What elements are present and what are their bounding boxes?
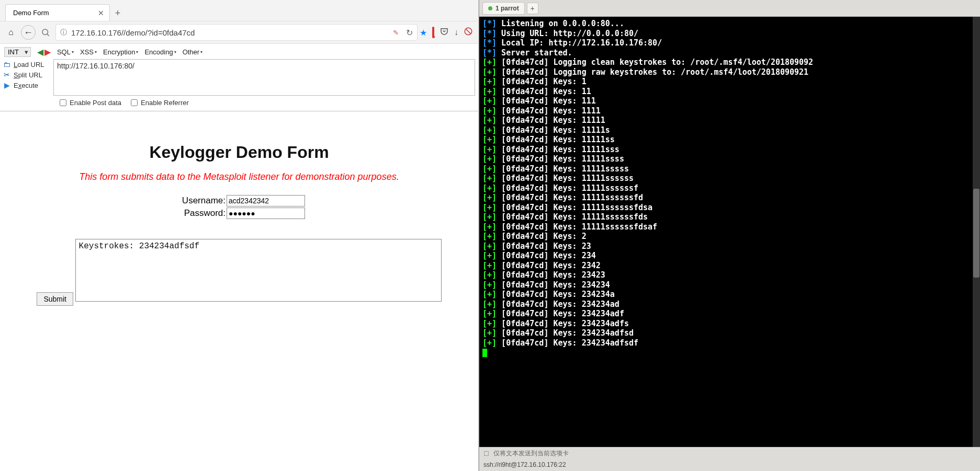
hackbar-execute-label: Execute xyxy=(14,82,38,89)
page-note: This form submits data to the Metasploit… xyxy=(0,171,478,182)
scissors-icon: ✂ xyxy=(3,71,10,79)
hackbar-toolbar: INT ◀ ▶ SQL▾ XSS▾ Encryption▾ Encoding▾ … xyxy=(0,44,478,111)
checkbox-empty-icon[interactable]: ☐ xyxy=(483,450,489,457)
terminal-line: [+] [0fda47cd] Keys: 2342 xyxy=(482,261,977,271)
hackbar-arrow-right-icon[interactable]: ▶ xyxy=(44,47,51,57)
address-bar-tools: ★ ↓ xyxy=(420,27,475,38)
terminal-line: [+] [0fda47cd] Keys: 234234adfsd xyxy=(482,328,977,338)
hackbar-enable-referrer[interactable]: Enable Referrer xyxy=(131,99,189,107)
terminal-line: [+] [0fda47cd] Keys: 11111ssssss xyxy=(482,174,977,183)
terminal-line: [+] [0fda47cd] Logging raw keystrokes to… xyxy=(482,67,977,77)
browser-tab-active[interactable]: Demo Form ✕ xyxy=(5,4,110,21)
terminal-line: [*] Server started. xyxy=(482,48,977,58)
hackbar-menu-other[interactable]: Other▾ xyxy=(183,48,203,56)
url-input[interactable] xyxy=(71,28,389,37)
terminal-line: [+] [0fda47cd] Keys: 23423 xyxy=(482,270,977,280)
pocket-icon[interactable] xyxy=(440,27,449,38)
home-button[interactable]: ⌂ xyxy=(3,25,19,40)
back-button[interactable]: ← xyxy=(21,25,36,40)
noscript-icon[interactable] xyxy=(464,27,473,38)
hackbar-sidebar: 🗀 Load URL ✂ Split URL ▶ Execute xyxy=(3,59,53,96)
terminal-footer: ☐ 仅将文本发送到当前选项卡 ssh://ri9ht@172.16.10.176… xyxy=(479,447,980,471)
terminal-cursor xyxy=(482,349,487,357)
terminal-line: [*] Listening on 0.0.0.0:80... xyxy=(482,19,977,29)
hackbar-load-url[interactable]: 🗀 Load URL xyxy=(3,60,52,68)
terminal-line: [+] [0fda47cd] Keys: 23 xyxy=(482,242,977,251)
terminal-line: [+] [0fda47cd] Keys: 11111 xyxy=(482,116,977,125)
terminal-tabs: 1 parrot + xyxy=(479,0,980,17)
terminal-line: [+] [0fda47cd] Keys: 1 xyxy=(482,77,977,87)
terminal-line: [+] [0fda47cd] Keys: 234234a xyxy=(482,290,977,300)
terminal-line: [+] [0fda47cd] Keys: 1111 xyxy=(482,106,977,116)
terminal-line: [+] [0fda47cd] Keys: 11111ssss xyxy=(482,154,977,164)
enable-post-label: Enable Post data xyxy=(70,99,121,107)
terminal-line: [+] [0fda47cd] Keys: 234234ad xyxy=(482,300,977,309)
hackbar-arrow-left-icon[interactable]: ◀ xyxy=(37,47,43,57)
terminal-ssh-status: ssh://ri9ht@172.16.10.176:22 xyxy=(479,459,980,471)
terminal-output[interactable]: [*] Listening on 0.0.0.0:80...[*] Using … xyxy=(479,17,980,447)
hackbar-menu-encoding[interactable]: Encoding▾ xyxy=(144,48,176,56)
terminal-line: [+] [0fda47cd] Keys: 11111s xyxy=(482,125,977,135)
download-icon[interactable]: ↓ xyxy=(454,28,458,37)
close-tab-icon[interactable]: ✕ xyxy=(98,9,104,17)
terminal-footer-checkbox-label: 仅将文本发送到当前选项卡 xyxy=(493,449,569,458)
terminal-line: [+] [0fda47cd] Keys: 11 xyxy=(482,87,977,97)
enable-referrer-label: Enable Referrer xyxy=(141,99,189,107)
hackbar-menu-encryption[interactable]: Encryption▾ xyxy=(103,48,138,56)
browser-window: Demo Form ✕ + ⌂ ← ⓘ ✎ ↻ ★ xyxy=(0,0,479,471)
terminal-scrollbar-track[interactable] xyxy=(973,17,980,447)
terminal-scrollbar-thumb[interactable] xyxy=(973,189,979,278)
terminal-line: [+] [0fda47cd] Keys: 2 xyxy=(482,232,977,242)
hackbar-url-textarea[interactable]: http://172.16.10.176:80/ xyxy=(53,59,475,96)
submit-button[interactable]: Submit xyxy=(37,292,73,306)
terminal-line: [*] Local IP: http://172.16.10.176:80/ xyxy=(482,38,977,48)
hackbar-split-label: Split URL xyxy=(14,71,42,79)
terminal-tab-active[interactable]: 1 parrot xyxy=(482,2,525,15)
bookmark-star-icon[interactable]: ★ xyxy=(420,28,427,38)
terminal-line: [+] [0fda47cd] Logging clean keystrokes … xyxy=(482,58,977,67)
enable-post-checkbox[interactable] xyxy=(60,99,66,106)
site-info-icon[interactable]: ⓘ xyxy=(60,28,67,37)
hackbar-split-url[interactable]: ✂ Split URL xyxy=(3,71,52,79)
terminal-line: [+] [0fda47cd] Keys: 11111ssssssfd xyxy=(482,193,977,203)
svg-point-0 xyxy=(42,29,48,35)
terminal-line: [+] [0fda47cd] Keys: 11111sssss xyxy=(482,164,977,174)
terminal-line: [*] Using URL: http://0.0.0.0:80/ xyxy=(482,29,977,39)
play-icon: ▶ xyxy=(3,81,10,89)
hackbar-execute[interactable]: ▶ Execute xyxy=(3,81,52,89)
page-heading: Keylogger Demo Form xyxy=(0,143,478,162)
svg-line-3 xyxy=(466,29,471,34)
folder-icon: 🗀 xyxy=(3,60,10,68)
terminal-line: [+] [0fda47cd] Keys: 11111ssssssf xyxy=(482,183,977,193)
enable-referrer-checkbox[interactable] xyxy=(131,99,138,106)
terminal-line: [+] [0fda47cd] Keys: 111 xyxy=(482,96,977,106)
terminal-tab-label: 1 parrot xyxy=(495,5,519,12)
hackbar-menu-xss[interactable]: XSS▾ xyxy=(80,48,97,56)
page-content: Keylogger Demo Form This form submits da… xyxy=(0,111,478,471)
username-label: Username: xyxy=(173,196,226,206)
terminal-line: [+] [0fda47cd] Keys: 11111ssssssfdsa xyxy=(482,203,977,213)
hackbar-select[interactable]: INT xyxy=(4,47,31,57)
password-input[interactable] xyxy=(227,208,305,219)
address-field[interactable]: ⓘ ✎ ↻ xyxy=(55,24,418,41)
username-input[interactable] xyxy=(227,195,305,206)
reload-button[interactable]: ↻ xyxy=(406,28,413,38)
new-tab-button[interactable]: + xyxy=(110,5,126,21)
terminal-line: [+] [0fda47cd] Keys: 11111ss xyxy=(482,135,977,145)
password-label: Password: xyxy=(173,208,226,219)
tab-title: Demo Form xyxy=(13,9,49,17)
feather-icon[interactable]: ✎ xyxy=(393,29,399,37)
status-dot-icon xyxy=(488,6,492,10)
keystrokes-textarea[interactable]: Keystrokes: 234234adfsdf xyxy=(75,239,442,302)
terminal-line: [+] [0fda47cd] Keys: 11111ssssssfdsaf xyxy=(482,222,977,232)
extension-icon[interactable] xyxy=(432,28,434,37)
tabs-bar: Demo Form ✕ + xyxy=(0,0,478,21)
svg-line-1 xyxy=(47,34,49,36)
hackbar-menu-sql[interactable]: SQL▾ xyxy=(57,48,74,56)
identity-icon[interactable] xyxy=(38,25,53,40)
terminal-line: [+] [0fda47cd] Keys: 234234 xyxy=(482,280,977,290)
hackbar-enable-post[interactable]: Enable Post data xyxy=(60,99,121,107)
terminal-new-tab-button[interactable]: + xyxy=(527,3,538,14)
terminal-line: [+] [0fda47cd] Keys: 234234adf xyxy=(482,309,977,319)
terminal-line: [+] [0fda47cd] Keys: 11111ssssssfds xyxy=(482,212,977,222)
